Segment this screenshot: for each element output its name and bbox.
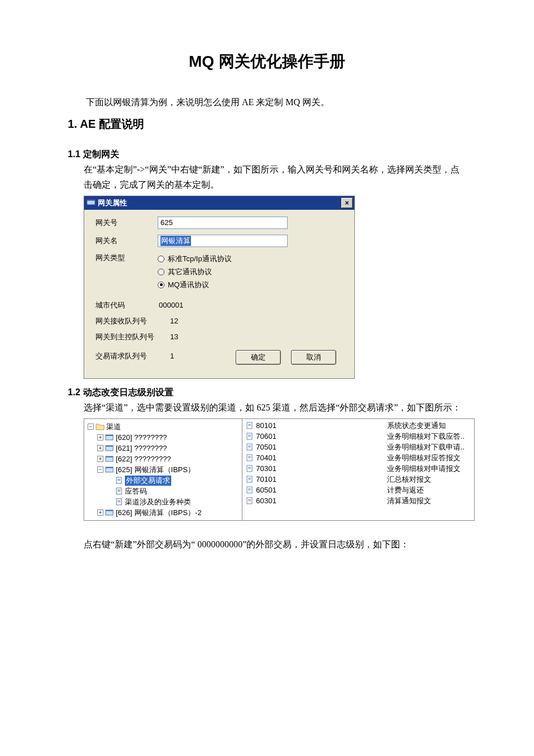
list-name: 汇总核对报文 <box>387 474 472 485</box>
list-item[interactable]: 80101 系统状态变更通知 <box>246 420 472 431</box>
tree-label: 外部交易请求 <box>125 476 171 486</box>
svg-rect-26 <box>248 436 251 437</box>
page-title: MQ 网关优化操作手册 <box>68 51 466 72</box>
radio-tcp[interactable]: 标准Tcp/Ip通讯协议 <box>158 254 232 264</box>
radio-icon <box>158 282 164 288</box>
tree-node-625-ext[interactable]: 外部交易请求 <box>88 475 240 486</box>
collapse-icon[interactable]: − <box>97 466 103 473</box>
tree-node-626[interactable]: + [626] 网银清算（IBPS）-2 <box>88 507 240 518</box>
label-recv-queue: 网关接收队列号 <box>95 316 169 326</box>
tree-node-622[interactable]: + [622] ????????? <box>88 453 240 464</box>
svg-rect-5 <box>106 446 113 447</box>
svg-rect-1 <box>87 200 95 201</box>
gateway-properties-dialog: 网关属性 × 网关号 625 网关名 网银清算 网关类型 标准Tcp/Ip通讯协… <box>84 196 355 379</box>
radio-label-mq: MQ通讯协议 <box>168 280 209 290</box>
file-icon <box>246 465 254 473</box>
radio-mq[interactable]: MQ通讯协议 <box>158 280 232 290</box>
value-master-queue: 13 <box>169 332 178 341</box>
file-icon <box>246 422 254 430</box>
section-heading-1-1: 1.1 定制网关 <box>68 149 466 161</box>
list-item[interactable]: 70501 业务明细核对下载申请.. <box>246 442 472 452</box>
svg-rect-12 <box>118 480 120 481</box>
input-gateway-name[interactable]: 网银清算 <box>158 235 288 247</box>
value-recv-queue: 12 <box>169 317 178 325</box>
radio-icon <box>158 256 164 262</box>
tree-label: 渠道涉及的业务种类 <box>125 497 191 507</box>
list-code: 60501 <box>256 486 296 494</box>
list-pane[interactable]: 80101 系统状态变更通知 70601 业务明细核对下载应答.. 70501 … <box>242 419 474 520</box>
tree-node-621[interactable]: + [621] ???????? <box>88 443 240 453</box>
tree-label: [625] 网银清算（IBPS） <box>116 465 195 475</box>
svg-rect-17 <box>118 500 120 501</box>
svg-rect-9 <box>106 467 113 468</box>
list-item[interactable]: 70601 业务明细核对下载应答.. <box>246 431 472 442</box>
radio-label-tcp: 标准Tcp/Ip通讯协议 <box>168 254 232 264</box>
list-name: 计费与返还 <box>387 485 472 495</box>
tree-label: [621] ???????? <box>116 444 167 452</box>
list-item[interactable]: 60301 清算通知报文 <box>246 495 472 506</box>
tree-node-root[interactable]: − 渠道 <box>88 421 240 432</box>
tree-label: [620] ???????? <box>116 433 167 442</box>
intro-paragraph: 下面以网银清算为例，来说明怎么使用 AE 来定制 MQ 网关。 <box>68 95 466 110</box>
expand-icon[interactable]: + <box>97 456 103 462</box>
tree-label: [626] 网银清算（IBPS）-2 <box>116 508 202 518</box>
svg-rect-25 <box>248 435 251 435</box>
value-txreq-queue: 1 <box>169 352 174 360</box>
svg-rect-15 <box>118 491 120 491</box>
radio-icon <box>158 269 164 275</box>
list-code: 70501 <box>256 443 296 451</box>
tree-pane[interactable]: − 渠道 + [620] ???????? + [6 <box>84 419 242 520</box>
svg-rect-34 <box>248 467 251 468</box>
ok-button[interactable]: 确定 <box>236 350 281 365</box>
list-name: 业务明细核对应答报文 <box>387 453 472 463</box>
radio-other[interactable]: 其它通讯协议 <box>158 267 232 277</box>
label-gateway-no: 网关号 <box>95 218 158 228</box>
list-code: 60301 <box>256 496 296 505</box>
svg-rect-28 <box>248 446 251 446</box>
doc-icon <box>114 477 123 485</box>
dialog-titlebar[interactable]: 网关属性 × <box>84 196 354 210</box>
list-item[interactable]: 70101 汇总核对报文 <box>246 474 472 485</box>
channel-icon <box>105 509 114 517</box>
expand-icon[interactable]: + <box>97 434 103 440</box>
tree-node-620[interactable]: + [620] ???????? <box>88 432 240 443</box>
dialog-title-text: 网关属性 <box>98 198 127 208</box>
section-1-2-paragraph-1: 选择“渠道”，选中需要设置级别的渠道，如 625 渠道，然后选择“外部交易请求”… <box>84 400 466 415</box>
tree-node-625[interactable]: − [625] 网银清算（IBPS） <box>88 464 240 475</box>
list-item[interactable]: 70301 业务明细核对申请报文 <box>246 463 472 474</box>
list-name: 业务明细核对下载应答.. <box>387 431 472 442</box>
list-code: 80101 <box>256 421 296 430</box>
input-gateway-no[interactable]: 625 <box>158 217 288 229</box>
list-name: 系统状态变更通知 <box>387 421 472 431</box>
cancel-button[interactable]: 取消 <box>291 350 336 365</box>
svg-rect-14 <box>118 490 120 490</box>
svg-rect-20 <box>106 510 113 511</box>
svg-rect-3 <box>106 435 113 436</box>
section-1-2-paragraph-2: 点右键“新建”外部交易码为“ 0000000000”的外部交易，并设置日志级别，… <box>84 537 466 552</box>
expand-icon[interactable]: + <box>97 509 103 516</box>
tree-node-625-biz[interactable]: 渠道涉及的业务种类 <box>88 496 240 507</box>
list-code: 70601 <box>256 432 296 440</box>
tree-node-625-resp[interactable]: 应答码 <box>88 486 240 496</box>
svg-rect-32 <box>248 457 251 458</box>
section-heading-1-2: 1.2 动态改变日志级别设置 <box>68 387 466 399</box>
svg-rect-23 <box>248 425 251 426</box>
svg-rect-43 <box>248 499 251 500</box>
svg-rect-40 <box>248 489 251 489</box>
channel-tree-panel: − 渠道 + [620] ???????? + [6 <box>84 418 475 521</box>
list-item[interactable]: 60501 计费与返还 <box>246 485 472 495</box>
collapse-icon[interactable]: − <box>88 424 94 430</box>
section-heading-1: 1. AE 配置说明 <box>68 116 466 132</box>
file-icon <box>246 433 254 440</box>
close-button[interactable]: × <box>341 198 353 208</box>
svg-rect-35 <box>248 468 251 469</box>
doc-icon <box>114 498 123 506</box>
list-item[interactable]: 70401 业务明细核对应答报文 <box>246 452 472 463</box>
channel-icon <box>105 444 114 452</box>
svg-rect-29 <box>248 447 251 447</box>
expand-icon[interactable]: + <box>97 445 103 451</box>
svg-rect-41 <box>248 490 251 490</box>
file-icon <box>246 497 254 505</box>
radio-label-other: 其它通讯协议 <box>168 267 212 277</box>
channel-icon <box>105 434 114 442</box>
